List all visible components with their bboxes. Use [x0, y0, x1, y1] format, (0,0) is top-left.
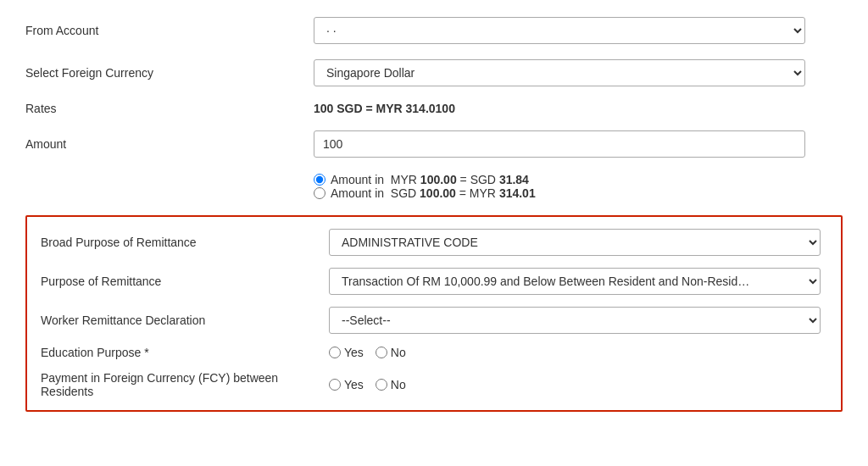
payment-fcy-yes-label: Yes: [344, 378, 364, 391]
payment-fcy-label: Payment in Foreign Currency (FCY) betwee…: [41, 371, 329, 398]
amount-label: Amount: [25, 137, 314, 151]
amount-sgd-out-currency: MYR: [470, 186, 496, 200]
broad-purpose-row: Broad Purpose of Remittance ADMINISTRATI…: [41, 229, 827, 256]
education-yes-label: Yes: [344, 346, 364, 359]
worker-remittance-label: Worker Remittance Declaration: [41, 313, 329, 327]
education-purpose-label: Education Purpose *: [41, 346, 329, 359]
amount-sgd-radio-row: Amount in SGD 100.00 = MYR 314.01: [314, 186, 843, 200]
amount-radios-group: Amount in MYR 100.00 = SGD 31.84 Amount …: [314, 173, 843, 200]
foreign-currency-label: Select Foreign Currency: [25, 66, 314, 80]
amount-myr-label: Amount in MYR 100.00 = SGD 31.84: [331, 173, 529, 186]
amount-myr-currency: MYR: [391, 173, 417, 186]
education-yes-item: Yes: [329, 346, 364, 359]
amount-myr-radio-row: Amount in MYR 100.00 = SGD 31.84: [314, 173, 843, 186]
education-no-item: No: [376, 346, 406, 359]
payment-fcy-radio-group: Yes No: [329, 378, 821, 391]
purpose-remittance-row: Purpose of Remittance Transaction Of RM …: [41, 268, 827, 295]
amount-row: Amount: [25, 130, 843, 158]
payment-fcy-control: Yes No: [329, 378, 821, 391]
education-no-radio[interactable]: [376, 347, 387, 358]
amount-control: [314, 130, 805, 158]
from-account-label: From Account: [25, 24, 314, 37]
payment-fcy-no-label: No: [391, 378, 406, 391]
from-account-select[interactable]: · ·: [314, 17, 805, 44]
purpose-remittance-label: Purpose of Remittance: [41, 275, 329, 288]
amount-input[interactable]: [314, 130, 805, 158]
education-yes-radio[interactable]: [329, 347, 341, 358]
purpose-remittance-select[interactable]: Transaction Of RM 10,000.99 and Below Be…: [329, 268, 821, 295]
amount-sgd-value: 100.00: [420, 186, 456, 200]
rates-value: 100 SGD = MYR 314.0100: [314, 102, 455, 115]
worker-remittance-row: Worker Remittance Declaration --Select--…: [41, 307, 827, 334]
foreign-currency-row: Select Foreign Currency Singapore Dollar…: [25, 59, 843, 86]
purpose-remittance-control: Transaction Of RM 10,000.99 and Below Be…: [329, 268, 821, 295]
rates-value-display: 100 SGD = MYR 314.0100: [314, 102, 805, 115]
from-account-control: · ·: [314, 17, 805, 44]
amount-myr-out-currency: SGD: [470, 173, 496, 186]
worker-remittance-control: --Select-- Yes No: [329, 307, 821, 334]
rates-label: Rates: [25, 102, 314, 115]
amount-myr-out-value: 31.84: [499, 173, 529, 186]
amount-sgd-label: Amount in SGD 100.00 = MYR 314.01: [331, 186, 536, 200]
foreign-currency-control: Singapore Dollar US Dollar Euro British …: [314, 59, 805, 86]
from-account-row: From Account · ·: [25, 17, 843, 44]
amount-myr-value: 100.00: [420, 173, 457, 186]
amount-sgd-radio[interactable]: [314, 187, 326, 199]
broad-purpose-control: ADMINISTRATIVE CODE EDUCATION TRADE INVE…: [329, 229, 821, 256]
payment-fcy-row: Payment in Foreign Currency (FCY) betwee…: [41, 371, 827, 398]
broad-purpose-select[interactable]: ADMINISTRATIVE CODE EDUCATION TRADE INVE…: [329, 229, 821, 256]
education-purpose-radio-group: Yes No: [329, 346, 821, 359]
broad-purpose-label: Broad Purpose of Remittance: [41, 236, 329, 249]
remittance-section: Broad Purpose of Remittance ADMINISTRATI…: [25, 215, 843, 412]
amount-myr-radio[interactable]: [314, 174, 326, 186]
foreign-currency-select[interactable]: Singapore Dollar US Dollar Euro British …: [314, 59, 805, 86]
payment-fcy-yes-radio[interactable]: [329, 379, 341, 391]
education-purpose-row: Education Purpose * Yes No: [41, 346, 827, 359]
payment-fcy-yes-item: Yes: [329, 378, 364, 391]
payment-fcy-no-radio[interactable]: [376, 379, 387, 391]
education-purpose-control: Yes No: [329, 346, 821, 359]
amount-sgd-out-value: 314.01: [499, 186, 536, 200]
rates-row: Rates 100 SGD = MYR 314.0100: [25, 102, 843, 115]
education-no-label: No: [391, 346, 406, 359]
payment-fcy-no-item: No: [376, 378, 406, 391]
amount-sgd-currency: SGD: [391, 186, 416, 200]
worker-remittance-select[interactable]: --Select-- Yes No: [329, 307, 821, 334]
